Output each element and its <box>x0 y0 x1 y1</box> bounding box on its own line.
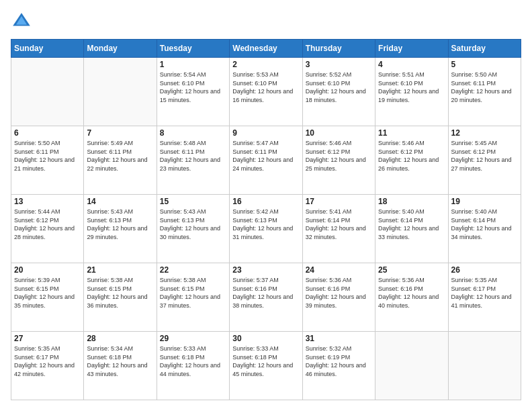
day-info: Sunrise: 5:39 AM Sunset: 6:15 PM Dayligh… <box>14 276 81 310</box>
day-number: 4 <box>378 60 445 69</box>
calendar-cell: 6Sunrise: 5:50 AM Sunset: 6:11 PM Daylig… <box>11 126 84 195</box>
day-info: Sunrise: 5:46 AM Sunset: 6:12 PM Dayligh… <box>378 139 445 173</box>
calendar-cell: 24Sunrise: 5:36 AM Sunset: 6:16 PM Dayli… <box>302 263 375 332</box>
calendar-header-sunday: Sunday <box>11 40 84 58</box>
calendar-table: SundayMondayTuesdayWednesdayThursdayFrid… <box>11 39 521 400</box>
calendar-cell: 23Sunrise: 5:37 AM Sunset: 6:16 PM Dayli… <box>230 263 302 332</box>
calendar-cell: 19Sunrise: 5:40 AM Sunset: 6:14 PM Dayli… <box>448 195 521 263</box>
calendar-cell: 3Sunrise: 5:52 AM Sunset: 6:10 PM Daylig… <box>302 58 375 126</box>
day-number: 10 <box>306 128 372 138</box>
calendar-cell: 4Sunrise: 5:51 AM Sunset: 6:10 PM Daylig… <box>375 58 448 126</box>
day-number: 6 <box>14 128 81 138</box>
calendar-cell: 22Sunrise: 5:38 AM Sunset: 6:15 PM Dayli… <box>157 263 229 332</box>
day-number: 14 <box>87 197 153 206</box>
day-info: Sunrise: 5:51 AM Sunset: 6:10 PM Dayligh… <box>378 71 445 104</box>
calendar-cell: 20Sunrise: 5:39 AM Sunset: 6:15 PM Dayli… <box>11 263 84 332</box>
day-number: 20 <box>14 265 81 275</box>
logo-icon <box>11 11 32 32</box>
day-info: Sunrise: 5:46 AM Sunset: 6:12 PM Dayligh… <box>306 139 372 173</box>
calendar-cell: 26Sunrise: 5:35 AM Sunset: 6:17 PM Dayli… <box>448 263 521 332</box>
calendar-header-thursday: Thursday <box>302 40 375 58</box>
day-number: 9 <box>232 128 299 138</box>
calendar-cell: 29Sunrise: 5:33 AM Sunset: 6:18 PM Dayli… <box>157 332 229 400</box>
day-number: 30 <box>232 334 299 343</box>
day-number: 29 <box>160 334 226 343</box>
calendar-cell: 30Sunrise: 5:33 AM Sunset: 6:18 PM Dayli… <box>230 332 302 400</box>
calendar-cell: 1Sunrise: 5:54 AM Sunset: 6:10 PM Daylig… <box>157 58 229 126</box>
calendar-cell: 13Sunrise: 5:44 AM Sunset: 6:12 PM Dayli… <box>11 195 84 263</box>
calendar-header-friday: Friday <box>375 40 448 58</box>
day-number: 26 <box>451 265 518 275</box>
calendar-cell: 15Sunrise: 5:43 AM Sunset: 6:13 PM Dayli… <box>157 195 229 263</box>
day-info: Sunrise: 5:54 AM Sunset: 6:10 PM Dayligh… <box>160 71 226 104</box>
day-number: 25 <box>378 265 445 275</box>
day-info: Sunrise: 5:33 AM Sunset: 6:18 PM Dayligh… <box>160 345 226 378</box>
day-info: Sunrise: 5:45 AM Sunset: 6:12 PM Dayligh… <box>451 139 518 173</box>
calendar-header-tuesday: Tuesday <box>157 40 229 58</box>
calendar-cell: 10Sunrise: 5:46 AM Sunset: 6:12 PM Dayli… <box>302 126 375 195</box>
calendar-cell: 17Sunrise: 5:41 AM Sunset: 6:14 PM Dayli… <box>302 195 375 263</box>
day-number: 23 <box>232 265 299 275</box>
day-info: Sunrise: 5:37 AM Sunset: 6:16 PM Dayligh… <box>232 276 299 310</box>
day-info: Sunrise: 5:48 AM Sunset: 6:11 PM Dayligh… <box>160 139 226 173</box>
day-number: 12 <box>451 128 518 138</box>
day-number: 18 <box>378 197 445 206</box>
day-number: 11 <box>378 128 445 138</box>
day-info: Sunrise: 5:49 AM Sunset: 6:11 PM Dayligh… <box>87 139 153 173</box>
day-info: Sunrise: 5:35 AM Sunset: 6:17 PM Dayligh… <box>14 345 81 378</box>
day-number: 31 <box>306 334 372 343</box>
calendar-cell: 14Sunrise: 5:43 AM Sunset: 6:13 PM Dayli… <box>84 195 157 263</box>
day-number: 27 <box>14 334 81 343</box>
calendar-header-monday: Monday <box>84 40 157 58</box>
calendar-cell: 8Sunrise: 5:48 AM Sunset: 6:11 PM Daylig… <box>157 126 229 195</box>
calendar-header-wednesday: Wednesday <box>230 40 302 58</box>
day-info: Sunrise: 5:38 AM Sunset: 6:15 PM Dayligh… <box>87 276 153 310</box>
calendar-cell: 31Sunrise: 5:32 AM Sunset: 6:19 PM Dayli… <box>302 332 375 400</box>
calendar-cell: 12Sunrise: 5:45 AM Sunset: 6:12 PM Dayli… <box>448 126 521 195</box>
day-info: Sunrise: 5:33 AM Sunset: 6:18 PM Dayligh… <box>232 345 299 378</box>
day-number: 3 <box>306 60 372 69</box>
calendar-week-row: 6Sunrise: 5:50 AM Sunset: 6:11 PM Daylig… <box>11 126 521 195</box>
day-number: 2 <box>232 60 299 69</box>
day-number: 15 <box>160 197 226 206</box>
day-info: Sunrise: 5:36 AM Sunset: 6:16 PM Dayligh… <box>306 276 372 310</box>
day-info: Sunrise: 5:42 AM Sunset: 6:13 PM Dayligh… <box>232 208 299 241</box>
calendar-cell: 7Sunrise: 5:49 AM Sunset: 6:11 PM Daylig… <box>84 126 157 195</box>
calendar-cell <box>375 332 448 400</box>
day-number: 13 <box>14 197 81 206</box>
calendar-cell: 9Sunrise: 5:47 AM Sunset: 6:11 PM Daylig… <box>230 126 302 195</box>
day-info: Sunrise: 5:32 AM Sunset: 6:19 PM Dayligh… <box>306 345 372 378</box>
day-number: 22 <box>160 265 226 275</box>
calendar-week-row: 13Sunrise: 5:44 AM Sunset: 6:12 PM Dayli… <box>11 195 521 263</box>
page: SundayMondayTuesdayWednesdayThursdayFrid… <box>0 0 532 411</box>
calendar-cell: 27Sunrise: 5:35 AM Sunset: 6:17 PM Dayli… <box>11 332 84 400</box>
calendar-cell <box>11 58 84 126</box>
day-number: 1 <box>160 60 226 69</box>
day-info: Sunrise: 5:43 AM Sunset: 6:13 PM Dayligh… <box>87 208 153 241</box>
day-info: Sunrise: 5:52 AM Sunset: 6:10 PM Dayligh… <box>306 71 372 104</box>
day-info: Sunrise: 5:38 AM Sunset: 6:15 PM Dayligh… <box>160 276 226 310</box>
day-number: 19 <box>451 197 518 206</box>
calendar-cell <box>448 332 521 400</box>
calendar-week-row: 20Sunrise: 5:39 AM Sunset: 6:15 PM Dayli… <box>11 263 521 332</box>
day-number: 16 <box>232 197 299 206</box>
calendar-week-row: 1Sunrise: 5:54 AM Sunset: 6:10 PM Daylig… <box>11 58 521 126</box>
day-info: Sunrise: 5:44 AM Sunset: 6:12 PM Dayligh… <box>14 208 81 241</box>
day-info: Sunrise: 5:53 AM Sunset: 6:10 PM Dayligh… <box>232 71 299 104</box>
day-number: 21 <box>87 265 153 275</box>
calendar-cell: 18Sunrise: 5:40 AM Sunset: 6:14 PM Dayli… <box>375 195 448 263</box>
calendar-header-saturday: Saturday <box>448 40 521 58</box>
calendar-cell: 28Sunrise: 5:34 AM Sunset: 6:18 PM Dayli… <box>84 332 157 400</box>
day-info: Sunrise: 5:35 AM Sunset: 6:17 PM Dayligh… <box>451 276 518 310</box>
calendar-header-row: SundayMondayTuesdayWednesdayThursdayFrid… <box>11 40 521 58</box>
day-info: Sunrise: 5:47 AM Sunset: 6:11 PM Dayligh… <box>232 139 299 173</box>
day-info: Sunrise: 5:36 AM Sunset: 6:16 PM Dayligh… <box>378 276 445 310</box>
day-number: 17 <box>306 197 372 206</box>
calendar-cell: 16Sunrise: 5:42 AM Sunset: 6:13 PM Dayli… <box>230 195 302 263</box>
day-info: Sunrise: 5:41 AM Sunset: 6:14 PM Dayligh… <box>306 208 372 241</box>
calendar-cell: 21Sunrise: 5:38 AM Sunset: 6:15 PM Dayli… <box>84 263 157 332</box>
day-info: Sunrise: 5:50 AM Sunset: 6:11 PM Dayligh… <box>14 139 81 173</box>
calendar-cell: 11Sunrise: 5:46 AM Sunset: 6:12 PM Dayli… <box>375 126 448 195</box>
calendar-week-row: 27Sunrise: 5:35 AM Sunset: 6:17 PM Dayli… <box>11 332 521 400</box>
calendar-cell: 2Sunrise: 5:53 AM Sunset: 6:10 PM Daylig… <box>230 58 302 126</box>
